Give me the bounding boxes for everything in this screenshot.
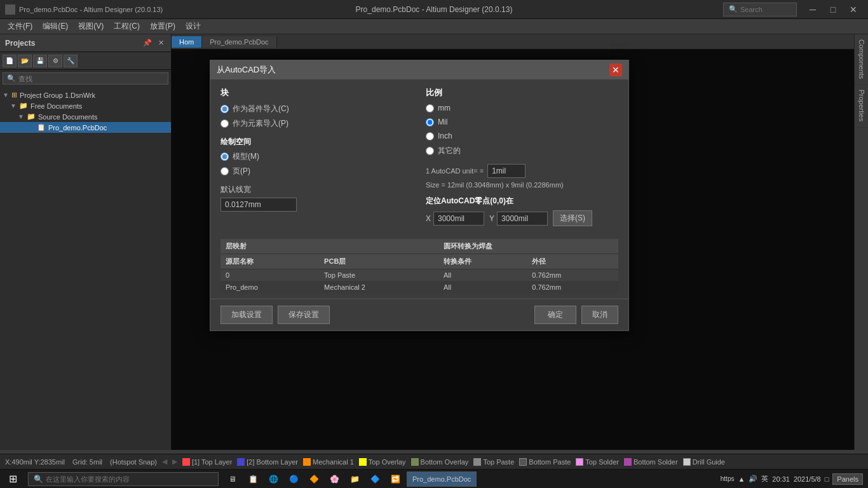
- tree-item-free-docs[interactable]: ▼ 📁 Free Documents: [0, 100, 171, 111]
- layer-top-paste[interactable]: Top Paste: [473, 458, 514, 466]
- top-layer-swatch: [182, 458, 190, 466]
- layer-bottom[interactable]: [2] Bottom Layer: [237, 458, 298, 466]
- tree-item-pcb-doc[interactable]: 📋 Pro_demo.PcbDoc: [0, 122, 171, 133]
- taskbar-icon-4[interactable]: 🔶: [305, 470, 323, 488]
- right-panel-components[interactable]: Components: [855, 34, 868, 85]
- cell-condition-1: All: [438, 281, 527, 294]
- layer-bottom-paste[interactable]: Bottom Paste: [519, 458, 571, 466]
- menu-view[interactable]: 视图(V): [73, 20, 109, 33]
- tree-item-source-docs[interactable]: ▼ 📁 Source Documents: [0, 111, 171, 122]
- import-as-element-radio[interactable]: [220, 119, 229, 128]
- top-overlay-label: Top Overlay: [369, 458, 406, 466]
- panels-btn[interactable]: Panels: [832, 473, 863, 485]
- unit-value-input[interactable]: [487, 164, 526, 178]
- table-row[interactable]: 0 Top Paste All 0.762mm: [220, 269, 618, 281]
- sidebar-search-box[interactable]: 🔍: [3, 72, 168, 85]
- import-as-element-option[interactable]: 作为元素导入(P): [220, 118, 413, 129]
- ok-button[interactable]: 确定: [534, 306, 576, 324]
- y-input[interactable]: [497, 212, 548, 226]
- taskbar-icon-edge[interactable]: 🌐: [264, 470, 282, 488]
- taskbar-search-box[interactable]: 🔍: [28, 472, 219, 486]
- tab-pcb-doc[interactable]: Pro_demo.PcbDoc: [202, 36, 276, 48]
- import-as-component-option[interactable]: 作为器件导入(C): [220, 104, 413, 114]
- menu-place[interactable]: 放置(P): [145, 20, 180, 33]
- select-position-button[interactable]: 选择(S): [553, 210, 592, 226]
- layer-top-overlay[interactable]: Top Overlay: [359, 458, 406, 466]
- inch-radio[interactable]: [426, 132, 434, 140]
- layer-top-solder[interactable]: Top Solder: [576, 458, 619, 466]
- save-settings-button[interactable]: 保存设置: [278, 306, 330, 324]
- autocad-import-modal: 从AutoCAD导入 ✕ 块 作为器件导入(C) 作为元素导入(P): [210, 60, 629, 331]
- page-radio[interactable]: [220, 167, 229, 175]
- taskbar-app-pcbdoc[interactable]: Pro_demo.PcbDoc: [407, 471, 477, 487]
- sidebar-close-icon[interactable]: ✕: [156, 37, 166, 48]
- tray-network-icon[interactable]: 🔊: [749, 475, 757, 483]
- open-btn[interactable]: 📂: [18, 55, 32, 67]
- gear-btn[interactable]: 🔧: [64, 55, 78, 67]
- taskbar-icon-5[interactable]: 🌸: [325, 470, 343, 488]
- model-option[interactable]: 模型(M): [220, 151, 413, 162]
- layer-map-group-header: 层映射: [220, 239, 438, 254]
- menu-file[interactable]: 文件(F): [3, 20, 37, 33]
- cancel-button[interactable]: 取消: [581, 306, 618, 324]
- layer-bottom-overlay[interactable]: Bottom Overlay: [411, 458, 469, 466]
- other-option[interactable]: 其它的: [426, 146, 618, 156]
- minimize-button[interactable]: ─: [803, 3, 822, 17]
- drawing-space-radio-group: 模型(M) 页(P): [220, 151, 413, 177]
- menu-design[interactable]: 设计: [180, 20, 206, 33]
- layer-top[interactable]: [1] Top Layer: [182, 458, 232, 466]
- layer-mech1[interactable]: Mechanical 1: [303, 458, 354, 466]
- sidebar-search-input[interactable]: [18, 75, 164, 83]
- mm-option[interactable]: mm: [426, 104, 618, 112]
- tray-up-icon[interactable]: ▲: [738, 475, 745, 483]
- table-row[interactable]: Pro_demo Mechanical 2 All 0.762mm: [220, 281, 618, 294]
- taskbar-right: https ▲ 🔊 英 20:31 2021/5/8 □ Panels: [715, 473, 868, 485]
- top-layer-label: [1] Top Layer: [192, 458, 232, 466]
- cell-condition-0: All: [438, 269, 527, 281]
- tree-item-project-group[interactable]: ▼ ⊞ Project Group 1.DsnWrk: [0, 90, 171, 100]
- start-button[interactable]: ⊞: [0, 470, 25, 489]
- taskbar-icon-1[interactable]: 🖥: [224, 470, 241, 488]
- mil-option[interactable]: Mil: [426, 118, 618, 126]
- right-panel: Components Properties: [854, 34, 868, 450]
- restore-button[interactable]: □: [824, 3, 843, 17]
- drill-guide-swatch: [683, 458, 691, 466]
- menu-edit[interactable]: 编辑(E): [37, 20, 73, 33]
- taskbar-icon-6[interactable]: 📁: [346, 470, 363, 488]
- layer-bottom-solder[interactable]: Bottom Solder: [624, 458, 678, 466]
- inch-option[interactable]: Inch: [426, 132, 618, 140]
- close-button[interactable]: ✕: [844, 3, 863, 17]
- tray-lang[interactable]: 英: [761, 474, 768, 484]
- settings-btn[interactable]: ⚙: [48, 55, 62, 67]
- model-radio[interactable]: [220, 152, 229, 161]
- import-as-component-radio[interactable]: [220, 105, 229, 113]
- tab-home[interactable]: Hom: [172, 36, 202, 48]
- unit-equation-label: 1 AutoCAD unit= =: [426, 167, 484, 175]
- taskbar-icon-altium[interactable]: 🔷: [366, 470, 384, 488]
- x-input[interactable]: [433, 212, 484, 226]
- bottom-layer-label: [2] Bottom Layer: [247, 458, 298, 466]
- cell-pcb-1: Mechanical 2: [319, 281, 438, 294]
- page-option[interactable]: 页(P): [220, 166, 413, 177]
- modal-close-button[interactable]: ✕: [609, 64, 622, 76]
- layer-drill-guide[interactable]: Drill Guide: [683, 458, 725, 466]
- mil-radio[interactable]: [426, 118, 434, 126]
- new-btn[interactable]: 📄: [3, 55, 17, 67]
- mm-radio[interactable]: [426, 104, 434, 112]
- default-width-input[interactable]: [220, 198, 297, 212]
- menu-project[interactable]: 工程(C): [109, 20, 145, 33]
- x-field: X: [426, 212, 484, 226]
- right-panel-properties[interactable]: Properties: [855, 85, 868, 127]
- show-desktop-btn[interactable]: □: [825, 475, 829, 483]
- taskbar-search-input[interactable]: [46, 475, 173, 483]
- size-info-row: Size = 12mil (0.3048mm) x 9mil (0.2286mm…: [426, 180, 618, 189]
- load-settings-button[interactable]: 加载设置: [220, 306, 273, 324]
- other-radio[interactable]: [426, 147, 434, 155]
- top-solder-label: Top Solder: [585, 458, 619, 466]
- pin-icon[interactable]: 📌: [141, 37, 154, 48]
- taskbar-icon-3[interactable]: 🔵: [285, 470, 302, 488]
- taskbar-icon-2[interactable]: 📋: [244, 470, 262, 488]
- taskbar-icon-7[interactable]: 🔁: [386, 470, 404, 488]
- save-btn[interactable]: 💾: [33, 55, 47, 67]
- titlebar-search-input[interactable]: [740, 6, 791, 13]
